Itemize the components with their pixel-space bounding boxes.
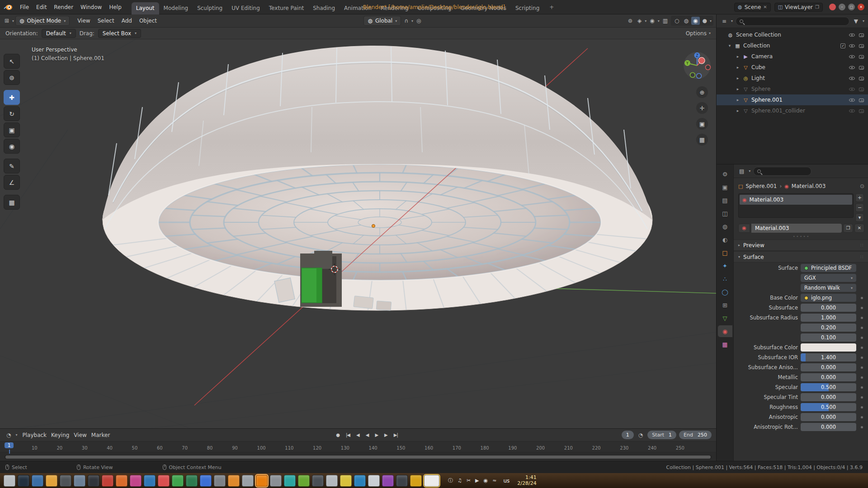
outliner-search-input[interactable] (736, 17, 849, 26)
overlays-caret-icon[interactable]: ▾ (658, 19, 660, 23)
previous-keyframe-button[interactable]: ◀ (354, 432, 361, 438)
workspace-tab[interactable]: Modeling (159, 2, 193, 14)
gizmos-toggle-icon[interactable]: ◈ (636, 17, 643, 25)
animate-dot[interactable] (859, 376, 864, 379)
close-button[interactable]: ✕ (858, 4, 864, 10)
auto-keying-record-icon[interactable]: ● (334, 432, 341, 438)
viewport-menu-item[interactable]: Select (94, 16, 118, 26)
tray-icon[interactable]: ✂ (467, 478, 471, 483)
jump-to-start-button[interactable]: |◀ (344, 432, 352, 438)
tool-transform[interactable]: ◉ (4, 139, 20, 154)
panel-grip[interactable]: ∙∙∙∙∙ (738, 235, 864, 239)
workspace-tab[interactable]: Rendering (376, 2, 413, 14)
stopwatch-icon[interactable]: ◔ (637, 431, 645, 439)
timeline-menu-item[interactable]: View (71, 431, 89, 439)
shading-solid-icon[interactable]: ◍ (682, 17, 690, 25)
animate-dot[interactable] (859, 357, 864, 359)
timeline-scrollbar[interactable] (5, 455, 712, 459)
tray-icon[interactable]: ≈ (492, 478, 496, 483)
viewport-menu-item[interactable]: View (74, 16, 94, 26)
material-slot[interactable]: ◉ Material.003 (740, 195, 852, 205)
taskbar-app-icon[interactable] (200, 475, 212, 487)
tab-scene[interactable]: ◍ (718, 221, 732, 232)
animate-dot[interactable] (859, 396, 864, 399)
property-slider[interactable]: 1.400 (801, 353, 856, 361)
orientation-setting-dropdown[interactable]: Default ▾ (42, 29, 76, 38)
tab-view-layer[interactable]: ◫ (718, 207, 732, 219)
property-slider[interactable] (801, 343, 856, 352)
workspace-tab[interactable]: Geometry Nodes (456, 2, 511, 14)
disable-render-camera-icon[interactable] (859, 43, 864, 48)
hide-viewport-eye-icon[interactable] (849, 75, 855, 81)
workspace-tab[interactable]: Scripting (511, 2, 544, 14)
timeline-ruler[interactable]: 1020304050607080901001101201301401501601… (0, 441, 716, 452)
property-slider[interactable]: 0.000 (801, 393, 856, 401)
tray-icon[interactable]: ⓘ (448, 477, 453, 484)
properties-search-input[interactable] (753, 167, 811, 176)
workspace-tab[interactable]: Texture Paint (264, 2, 308, 14)
taskbar-app-icon[interactable] (130, 475, 142, 487)
notification-badge-icon[interactable] (829, 4, 836, 10)
pan-hand-icon[interactable]: ✛ (696, 102, 708, 114)
taskbar-app-icon[interactable] (424, 475, 439, 487)
preview-section-header[interactable]: ▸ Preview ∷ (734, 239, 868, 251)
new-material-button[interactable]: ❐ (843, 224, 853, 233)
taskbar-app-icon[interactable] (158, 475, 170, 487)
disable-render-camera-icon[interactable] (859, 75, 864, 81)
tool-rotate[interactable]: ↻ (4, 106, 20, 121)
tab-world[interactable]: ◐ (718, 234, 732, 245)
animate-dot[interactable] (859, 416, 864, 418)
tray-icon[interactable]: ♫ (458, 478, 462, 483)
animate-dot[interactable] (859, 317, 864, 319)
blender-logo-icon[interactable] (4, 4, 13, 10)
workspace-tab[interactable]: Sculpting (193, 2, 227, 14)
expand-arrow-icon[interactable]: ▸ (736, 108, 740, 113)
taskbar-app-icon[interactable] (242, 475, 254, 487)
shading-material-icon[interactable]: ◉ (691, 17, 699, 25)
animate-dot[interactable] (859, 426, 864, 428)
taskbar-app-icon[interactable] (116, 475, 127, 487)
viewport-menu-item[interactable]: Add (118, 16, 136, 26)
hide-viewport-eye-icon[interactable] (849, 54, 855, 60)
workspace-tab[interactable]: Shading (308, 2, 340, 14)
animate-dot[interactable] (859, 406, 864, 408)
hide-viewport-eye-icon[interactable] (849, 32, 855, 38)
next-keyframe-button[interactable]: ▶ (382, 432, 389, 438)
surface-shader-dropdown[interactable]: Principled BSDF (801, 264, 856, 272)
taskbar-app-icon[interactable] (46, 475, 57, 487)
taskbar-app-icon[interactable] (326, 475, 338, 487)
taskbar-app-icon[interactable] (368, 475, 380, 487)
animate-dot[interactable] (859, 347, 864, 349)
expand-arrow-icon[interactable]: ▸ (736, 76, 740, 80)
menubar-item[interactable]: Help (105, 2, 125, 12)
viewlayer-selector[interactable]: ◫ ViewLayer ❐ (774, 3, 823, 12)
xray-toggle-icon[interactable]: ▥ (661, 17, 670, 25)
property-slider[interactable]: 0.500 (801, 383, 856, 391)
zoom-icon[interactable]: ⊕ (696, 86, 708, 98)
property-slider[interactable]: 0.000 (801, 423, 856, 431)
disable-render-camera-icon[interactable] (859, 65, 864, 70)
taskbar-app-icon[interactable] (144, 475, 156, 487)
tool-3d-cursor[interactable]: ⊚ (4, 70, 20, 85)
menubar-item[interactable]: Window (77, 2, 105, 12)
taskbar-app-icon[interactable] (186, 475, 198, 487)
play-reverse-button[interactable]: ◀ (364, 432, 371, 438)
material-name-field[interactable]: Material.003 (751, 224, 842, 233)
taskbar-app-icon[interactable] (74, 475, 85, 487)
hide-viewport-eye-icon[interactable] (849, 97, 855, 103)
menubar-item[interactable]: Render (50, 2, 77, 12)
properties-editor-icon[interactable]: ▤ (737, 167, 746, 175)
tab-modifiers[interactable]: ✦ (718, 260, 732, 272)
expand-arrow-icon[interactable]: ▸ (736, 54, 740, 59)
shading-caret-icon[interactable]: ▾ (710, 19, 712, 23)
timeline-menu-item[interactable]: Marker (89, 431, 112, 439)
taskbar-app-icon[interactable] (172, 475, 184, 487)
taskbar-app-icon[interactable] (396, 475, 408, 487)
viewport-canvas[interactable]: User Perspective (1) Collection | Sphere… (0, 39, 716, 428)
workspace-tab[interactable]: UV Editing (227, 2, 264, 14)
taskbar-app-icon[interactable] (18, 475, 29, 487)
expand-arrow-icon[interactable]: ▸ (736, 65, 740, 70)
tool-add-cube[interactable]: ▦ (4, 195, 20, 210)
remove-slot-button[interactable]: − (855, 203, 864, 212)
filter-icon[interactable]: ▼ (852, 17, 860, 25)
